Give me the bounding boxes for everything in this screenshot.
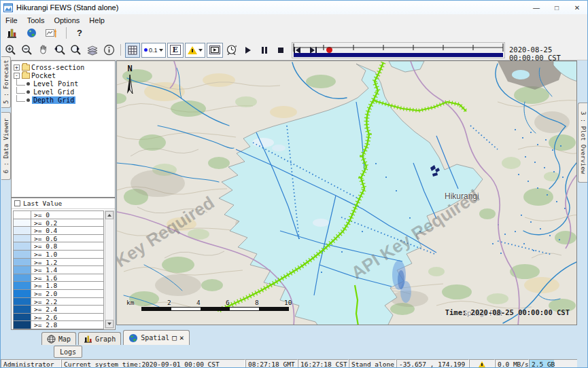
menu-file[interactable]: File — [1, 16, 22, 25]
tree-connector — [16, 79, 25, 86]
legend-panel: Last Value >= 0>= 0.2>= 0.4>= 0.6>= 0.8>… — [11, 198, 116, 330]
status-gmt-time: 08:27:18 GMT — [245, 359, 298, 368]
tab-restore-icon[interactable]: □ — [172, 333, 177, 342]
tree-item-label[interactable]: Pocket — [30, 72, 57, 79]
north-arrow: N — [122, 64, 137, 95]
legend-swatch — [14, 298, 31, 306]
grid-display-button[interactable] — [125, 43, 140, 58]
label-icon: E — [170, 45, 181, 55]
close-button[interactable]: ✕ — [567, 1, 587, 14]
legend-label: >= 2.2 — [31, 298, 57, 306]
tab-graph[interactable]: Graph — [78, 332, 121, 345]
menu-help[interactable]: Help — [84, 16, 109, 25]
contour-value-dropdown[interactable]: 0.1 — [141, 43, 166, 58]
sidebar-tab-data-viewer[interactable]: 6 : Data Viewer — [1, 112, 11, 180]
logs-button[interactable]: Logs — [54, 346, 82, 358]
status-mode: Stand alone — [349, 359, 396, 368]
animation-settings-icon[interactable] — [224, 43, 239, 58]
legend-label: >= 0.8 — [31, 242, 57, 250]
globe-icon[interactable] — [24, 26, 39, 41]
legend-label: >= 2.4 — [31, 306, 57, 313]
tree-item-depth-grid[interactable]: Depth Grid — [12, 96, 115, 104]
maximize-button[interactable]: □ — [547, 1, 567, 14]
legend-swatch — [14, 227, 31, 234]
info-icon[interactable] — [101, 43, 116, 58]
pause-button[interactable] — [257, 43, 272, 58]
main-area: 5 : Forecast 6 : Data Viewer +Cross-sect… — [1, 60, 588, 330]
scroll-up-icon[interactable] — [105, 211, 114, 219]
legend-label: >= 2.0 — [31, 290, 57, 297]
legend-row: >= 0 — [14, 211, 103, 219]
scale-segment — [142, 308, 171, 310]
node-dot-icon — [27, 98, 30, 102]
tree-item-label[interactable]: Depth Grid — [32, 96, 75, 104]
tree-item-label[interactable]: Level Grid — [32, 88, 75, 96]
tree-item-level-point[interactable]: Level Point — [12, 79, 115, 88]
wire-globe-icon — [47, 335, 56, 344]
minimize-button[interactable]: — — [526, 1, 547, 14]
status-system-time: Current system time:2020-09-01 00:00 CST — [61, 359, 245, 368]
legend-swatch — [14, 219, 31, 227]
stop-button[interactable] — [273, 43, 288, 58]
scale-segment — [201, 308, 230, 310]
zoom-previous-icon[interactable] — [52, 43, 67, 58]
tree-connector — [16, 95, 25, 102]
tab-map[interactable]: Map — [41, 332, 76, 345]
sidebar-tab-forecast[interactable]: 5 : Forecast — [1, 56, 11, 108]
map-view[interactable]: N Hikurangi Springs Flat Time: 2020-08-2… — [116, 60, 577, 325]
tree-item-pocket[interactable]: -Pocket — [12, 71, 115, 79]
pan-hand-icon[interactable] — [36, 43, 51, 58]
scale-tick-label: 6 — [226, 299, 230, 306]
left-tab-strip: 5 : Forecast 6 : Data Viewer — [1, 60, 11, 330]
zoom-next-icon[interactable] — [69, 43, 84, 58]
legend-row: >= 2.6 — [14, 314, 103, 322]
tree-connector — [16, 87, 25, 94]
scale-tick-label: 10 — [284, 299, 292, 306]
play-button[interactable] — [241, 43, 256, 58]
forecast-chart-icon[interactable] — [4, 26, 19, 41]
legend-scrollbar[interactable] — [105, 210, 114, 329]
scroll-down-icon[interactable] — [105, 320, 114, 328]
tree-item-label[interactable]: Level Point — [32, 80, 80, 88]
chevron-down-icon — [198, 49, 203, 52]
legend-row: >= 0.6 — [14, 235, 103, 243]
legend-row: >= 2.4 — [14, 306, 103, 314]
tree-item-level-grid[interactable]: Level Grid — [12, 88, 115, 96]
status-user: Administrator — [1, 359, 61, 368]
zoom-out-icon[interactable] — [20, 43, 35, 58]
chevron-down-icon — [159, 49, 163, 52]
warning-icon — [188, 46, 197, 54]
tree-item-cross-section[interactable]: +Cross-section — [12, 63, 115, 71]
menu-bar: FileToolsOptionsHelp — [1, 14, 587, 26]
legend-row: >= 2.2 — [14, 298, 103, 306]
menu-tools[interactable]: Tools — [22, 16, 50, 25]
folder-icon — [22, 73, 30, 79]
tab-spatial[interactable]: Spatial □ ✕ — [123, 330, 189, 345]
menu-options[interactable]: Options — [49, 16, 84, 25]
tab-close-icon[interactable]: ✕ — [179, 333, 184, 342]
movie-export-button[interactable] — [207, 43, 223, 58]
window-title: Hikurangi FEWS (Stand alone) — [16, 3, 118, 12]
legend-label: >= 1.2 — [31, 259, 57, 266]
time-slider[interactable] — [292, 42, 505, 59]
tree-toggle-icon[interactable]: - — [14, 73, 20, 79]
sidebar-tab-plot-overview[interactable]: 3 : Plot Overview — [578, 103, 588, 183]
scale-segment — [259, 308, 288, 310]
status-warning[interactable] — [469, 359, 495, 368]
layers-icon[interactable] — [85, 43, 100, 58]
warning-filter-dropdown[interactable] — [185, 43, 205, 58]
map-canvas — [117, 61, 577, 325]
node-dot-icon — [27, 82, 30, 86]
last-value-checkbox[interactable] — [14, 200, 20, 206]
legend-row: >= 1.0 — [14, 251, 103, 259]
tree-item-label[interactable]: Cross-section — [30, 64, 86, 71]
tree-toggle-icon[interactable]: + — [14, 65, 20, 71]
app-icon — [3, 3, 13, 12]
help-button[interactable]: ? — [74, 28, 85, 38]
zoom-in-icon[interactable] — [3, 43, 18, 58]
timeseries-icon[interactable] — [44, 26, 58, 41]
legend-swatch — [14, 282, 31, 289]
legend-row: >= 0.4 — [14, 227, 103, 235]
label-display-button[interactable]: E — [167, 43, 184, 58]
logs-row: Logs — [1, 345, 588, 359]
